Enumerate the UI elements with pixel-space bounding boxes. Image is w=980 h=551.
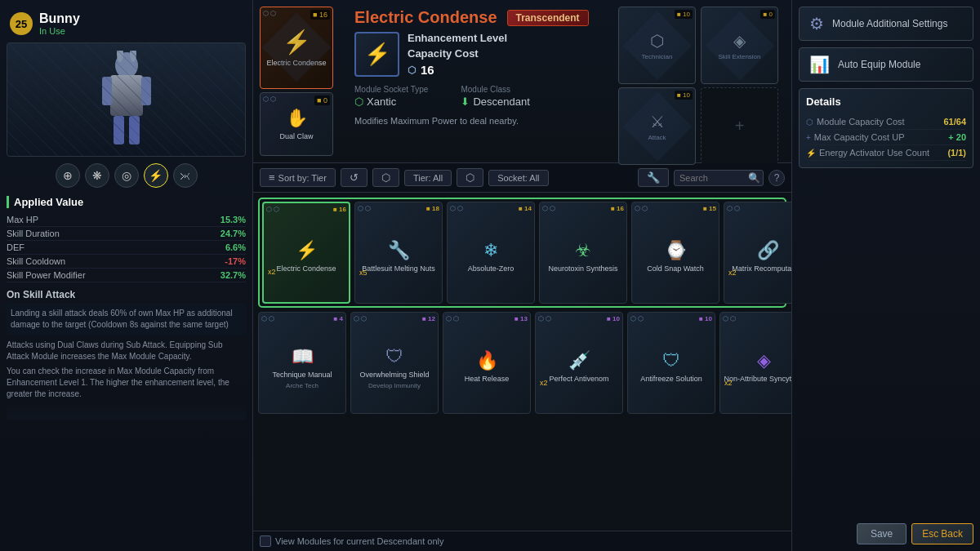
card-rarity: ■ 12 — [422, 315, 435, 322]
dual-claw-name: Dual Claw — [279, 132, 313, 140]
dual-claw-slot[interactable]: ■ 0 ⬡⬡ ✋ Dual Claw — [260, 92, 333, 156]
back-button[interactable]: Esc Back — [911, 523, 973, 544]
slot-empty-1[interactable]: + — [701, 87, 778, 165]
layers-btn2[interactable]: ⬡ — [457, 168, 483, 187]
slot-rarity2: ■ 0 — [760, 10, 775, 19]
module-card[interactable]: ⬡⬡ ■ 10 💉 x2 Perfect Antivenom — [535, 312, 623, 414]
card-icon: ◈ — [757, 350, 771, 371]
module-card[interactable]: ⬡⬡ ■ 16 ☣ Neurotoxin Synthesis — [539, 202, 627, 304]
dual-claw-rarity: ■ 0 — [314, 96, 330, 105]
stat-label: DEF — [7, 242, 24, 252]
card-rarity: ■ 14 — [519, 205, 532, 212]
settings-icon: ⚙ — [809, 14, 824, 33]
refresh-icon: ↺ — [350, 171, 359, 184]
module-card[interactable]: ⬡⬡ ■ 16 🔗 x2 Matrix Recomputation — [724, 202, 791, 304]
module-detail-center: Electric Condense Transcendent ⚡ Enhance… — [343, 0, 612, 162]
on-skill-desc1: Landing a skill attack deals 60% of own … — [7, 304, 246, 335]
slot-rarity3: ■ 10 — [675, 91, 693, 100]
character-level: 25 — [10, 12, 33, 35]
descendant-checkbox[interactable] — [260, 535, 271, 547]
applied-value-title: Applied Value — [7, 196, 246, 208]
refresh-btn[interactable]: ↺ — [341, 168, 368, 187]
stat-value: 15.3% — [220, 215, 246, 224]
socket-btn[interactable]: Socket: All — [488, 170, 548, 186]
card-indicators: ⬡⬡ — [727, 205, 740, 212]
card-icon: ⚡ — [296, 240, 318, 261]
slot-mini-skill-ext[interactable]: ■ 0 ◈ Skill Extension — [701, 7, 778, 84]
skill-icon-2[interactable]: ❋ — [85, 163, 109, 188]
card-indicators: ⬡⬡ — [358, 205, 371, 212]
socket-type-text: Xantic — [367, 96, 396, 108]
electric-condense-slot[interactable]: ⬡⬡ ■ 16 ⚡ Electric Condense — [260, 7, 333, 89]
right-panel: ⚙ Module Additional Settings 📊 Auto Equi… — [792, 0, 980, 551]
bottom-bar: View Modules for current Descendant only — [253, 531, 791, 551]
module-card[interactable]: ⬡⬡ ■ 16 ⚡ x2 Electric Condense — [262, 202, 350, 304]
card-icon: 💉 — [568, 350, 590, 371]
auto-equip-btn[interactable]: 📊 Auto Equip Module — [799, 47, 973, 82]
class-icon: ⬇ — [461, 96, 470, 108]
cap-icon: ⬡ — [408, 64, 416, 76]
module-card[interactable]: ⬡⬡ ■ 13 🔥 Heat Release — [443, 312, 531, 414]
grid-row1: ⬡⬡ ■ 16 ⚡ x2 Electric Condense ⬡⬡ ■ 18 🔧… — [262, 202, 791, 304]
module-card[interactable]: ⬡⬡ ■ 4 📖 Technique Manual Arche Tech — [258, 312, 346, 414]
scroll-fade — [7, 403, 246, 420]
class-value: ⬇ Descendant — [461, 96, 529, 108]
card-bg-diamond — [262, 13, 332, 82]
stat-label: Max HP — [7, 215, 38, 224]
card-icon: ❄ — [483, 240, 498, 261]
module-card[interactable]: ⬡⬡ ■ 12 🛡 Overwhelming Shield Develop Im… — [350, 312, 439, 414]
module-tier: Transcendent — [507, 10, 589, 26]
skill-icon-4[interactable]: ⚡ — [144, 163, 168, 188]
card-name: Perfect Antivenom — [546, 373, 612, 386]
card-count: x2 — [540, 379, 548, 387]
module-card[interactable]: ⬡⬡ ■ 15 ⌚ Cold Snap Watch — [631, 202, 719, 304]
dual-claw-icon: ✋ — [286, 108, 308, 129]
enhancement-label: Enhancement Level — [408, 32, 507, 44]
socket-type-label: Module Socket Type — [354, 85, 428, 94]
module-grid-area: ⬡⬡ ■ 16 ⚡ x2 Electric Condense ⬡⬡ ■ 18 🔧… — [253, 193, 791, 531]
module-info-area: ⬡⬡ ■ 16 ⚡ Electric Condense ■ 0 ⬡⬡ ✋ Dua… — [253, 0, 791, 163]
card-name: Technique Manual — [269, 369, 335, 382]
save-button[interactable]: Save — [857, 523, 906, 544]
card-indicators: ⬡⬡ — [635, 205, 648, 212]
descendant-filter-label[interactable]: View Modules for current Descendant only — [260, 535, 443, 547]
slot-mini-attack[interactable]: ■ 10 ⚔ Attack — [618, 87, 696, 165]
layers-btn[interactable]: ⬡ — [372, 168, 399, 187]
class-col: Module Class ⬇ Descendant — [461, 85, 529, 108]
detail-label-text: Energy Activator Use Count — [819, 148, 929, 158]
skill-icon-1[interactable]: ⊕ — [56, 163, 80, 188]
tier-btn[interactable]: Tier: All — [404, 170, 452, 186]
search-input[interactable] — [679, 173, 745, 183]
skill-icon-5[interactable]: ⩙ — [173, 163, 198, 188]
detail-value: 61/64 — [943, 117, 966, 127]
card-icon: 🔧 — [388, 240, 410, 261]
module-card[interactable]: ⬡⬡ ■ 2 ◈ x2 Non-Attribute Syncytium — [719, 312, 791, 414]
stat-row: DEF 6.6% — [7, 241, 246, 255]
card-icon: 🛡 — [385, 346, 403, 367]
help-btn[interactable]: ? — [768, 170, 785, 186]
card-indicators: ⬡⬡ — [261, 315, 274, 322]
socket-label: Socket: All — [497, 173, 539, 183]
module-card[interactable]: ⬡⬡ ■ 14 ❄ Absolute-Zero — [447, 202, 535, 304]
card-count: x2 — [724, 379, 733, 387]
card-indicators: ⬡⬡ — [266, 206, 279, 213]
tool-icon: 🔧 — [647, 171, 660, 184]
card-rarity: ■ 4 — [333, 315, 343, 322]
module-card[interactable]: ⬡⬡ ■ 10 🛡 Antifreeze Solution — [627, 312, 715, 414]
detail-value: (1/1) — [947, 148, 966, 158]
tool-btn[interactable]: 🔧 — [638, 168, 669, 187]
stat-row: Skill Cooldown -17% — [7, 255, 246, 269]
slot-mini-technician[interactable]: ■ 10 ⬡ Technician — [618, 7, 696, 84]
sort-btn[interactable]: ≡ Sort by: Tier — [260, 168, 336, 187]
portrait-bg — [7, 43, 245, 156]
skill-icon-3[interactable]: ◎ — [114, 163, 139, 188]
skill-icons: ⊕ ❋ ◎ ⚡ ⩙ — [7, 160, 246, 191]
socket-type-col: Module Socket Type ⬡ Xantic — [354, 85, 428, 108]
tier-label: Tier: All — [413, 173, 443, 183]
card-subtype: Develop Immunity — [368, 382, 421, 389]
module-card[interactable]: ⬡⬡ ■ 18 🔧 x5 Battlesuit Melting Nuts — [354, 202, 443, 304]
module-desc: Modifies Maximum Power to deal nearby. — [354, 116, 600, 126]
module-settings-btn[interactable]: ⚙ Module Additional Settings — [799, 7, 973, 41]
module-type-row: Module Socket Type ⬡ Xantic Module Class… — [354, 82, 600, 108]
detail-rows: ⬡ Module Capacity Cost 61/64 + Max Capac… — [806, 114, 966, 161]
